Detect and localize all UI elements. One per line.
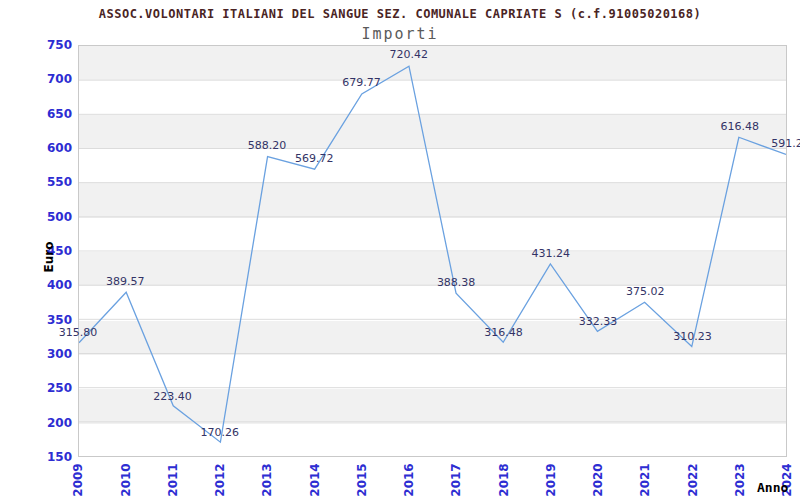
- data-point-label: 389.57: [106, 275, 145, 288]
- y-tick-label: 550: [18, 175, 72, 189]
- x-tick-label-text: 2014: [307, 463, 321, 496]
- x-tick-label-text: 2011: [166, 463, 180, 496]
- y-tick-label: 750: [18, 38, 72, 52]
- chart-subtitle: Importi: [0, 25, 800, 43]
- data-point-label: 170.26: [201, 426, 240, 439]
- data-point-label: 310.23: [673, 330, 712, 343]
- data-point-label: 315.80: [59, 326, 98, 339]
- y-tick-label: 350: [18, 313, 72, 327]
- x-tick-label-text: 2022: [685, 463, 699, 496]
- data-point-label: 223.40: [153, 390, 192, 403]
- x-tick-label-text: 2015: [355, 463, 369, 496]
- data-point-label: 616.48: [720, 120, 759, 133]
- y-tick-label: 650: [18, 107, 72, 121]
- x-tick-label-text: 2009: [71, 463, 85, 496]
- x-axis-title: Anno: [757, 480, 788, 495]
- chart-page: { "header": { "title": "ASSOC.VOLONTARI …: [0, 0, 800, 500]
- data-point-label: 431.24: [531, 247, 570, 260]
- data-point-label: 316.48: [484, 326, 523, 339]
- y-axis-title-text: Euro: [42, 242, 56, 273]
- y-tick-label: 600: [18, 141, 72, 155]
- data-point-label: 591.2: [771, 137, 800, 150]
- data-point-label: 720.42: [390, 48, 429, 61]
- x-tick-label-text: 2023: [733, 463, 747, 496]
- data-point-label: 375.02: [626, 285, 665, 298]
- x-tick-label-text: 2017: [449, 463, 463, 496]
- y-tick-label: 300: [18, 347, 72, 361]
- data-point-label: 388.38: [437, 276, 476, 289]
- chart-title: ASSOC.VOLONTARI ITALIANI DEL SANGUE SEZ.…: [0, 7, 800, 21]
- x-tick-label-text: 2018: [496, 463, 510, 496]
- x-tick-label-text: 2010: [118, 463, 132, 496]
- y-tick-label: 700: [18, 72, 72, 86]
- y-tick-label: 150: [18, 450, 72, 464]
- y-tick-label: 400: [18, 278, 72, 292]
- x-tick-label-text: 2021: [638, 463, 652, 496]
- x-tick-label-text: 2016: [402, 463, 416, 496]
- x-tick-label-text: 2013: [260, 463, 274, 496]
- x-tick-label-text: 2020: [591, 463, 605, 496]
- data-point-label: 588.20: [248, 139, 287, 152]
- data-line: [79, 66, 786, 442]
- x-tick-label-text: 2012: [213, 463, 227, 496]
- x-tick-label-text: 2019: [544, 463, 558, 496]
- data-point-label: 569.72: [295, 152, 334, 165]
- y-tick-label: 200: [18, 416, 72, 430]
- y-tick-label: 250: [18, 381, 72, 395]
- data-point-label: 679.77: [342, 76, 381, 89]
- data-point-label: 332.33: [579, 315, 618, 328]
- y-tick-label: 500: [18, 210, 72, 224]
